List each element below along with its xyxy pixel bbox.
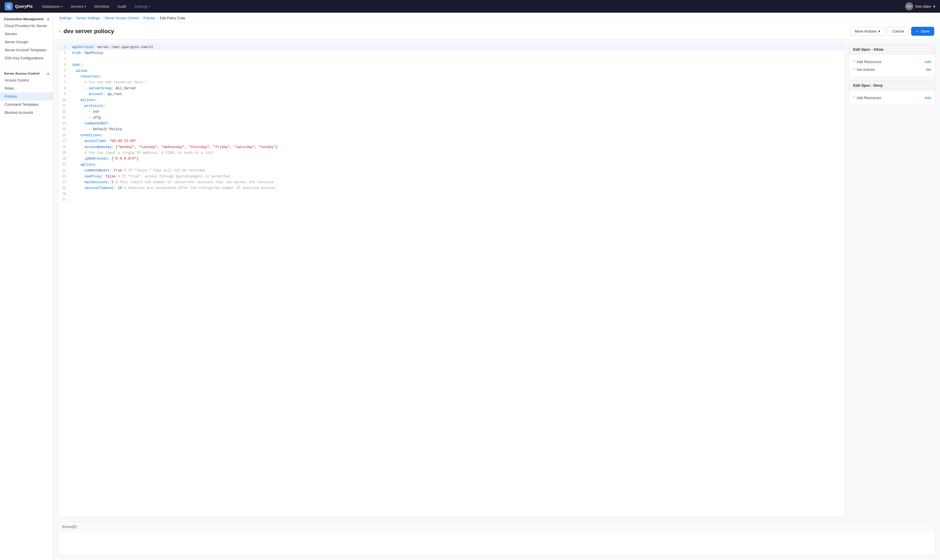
user-name: Kim Allen xyxy=(915,4,931,9)
more-actions-button[interactable]: More Actions ▾ xyxy=(850,27,885,36)
code-line: 10 actions: xyxy=(58,97,844,103)
sidebar-item-blocked-accounts[interactable]: Blocked Accounts xyxy=(0,109,53,117)
code-line: 27 xyxy=(58,197,844,203)
server-access-control-header[interactable]: Server Access Control ∧ xyxy=(0,69,53,76)
sidebar-item-roles[interactable]: Roles xyxy=(0,85,53,92)
code-line: 7 # You can add resources here." xyxy=(58,80,844,85)
code-line: 21 options: xyxy=(58,162,844,168)
logo-area[interactable]: Q QueryPie xyxy=(5,2,32,10)
sidebar-item-servers[interactable]: Servers xyxy=(0,30,53,38)
code-line: 8 - serverGroup: All_Server xyxy=(58,86,844,91)
connection-management-chevron-icon: ∧ xyxy=(47,18,49,21)
back-button[interactable]: ‹ xyxy=(59,29,60,34)
code-line: 26 xyxy=(58,191,844,197)
user-chevron-icon: ▾ xyxy=(933,4,935,9)
sidebar-item-server-account-templates[interactable]: Server Account Templates xyxy=(0,46,53,54)
sidebar-item-command-templates[interactable]: Command Templates xyxy=(0,100,53,109)
edit-spec-allow-card: Edit Spec - Allow * Add Resources Add xyxy=(849,44,935,77)
breadcrumb-policies[interactable]: Policies xyxy=(143,16,155,20)
breadcrumb-current: Edit Policy Code xyxy=(160,16,185,20)
server-access-control-chevron-icon: ∧ xyxy=(47,72,49,75)
add-resources-deny-field: * Add Resources Add xyxy=(853,94,931,102)
more-actions-chevron-icon: ▾ xyxy=(878,29,880,34)
errors-header: Errors(0): xyxy=(58,522,935,532)
nav-audit[interactable]: Audit xyxy=(114,3,130,10)
sidebar: Connection Management ∧ Cloud Providers … xyxy=(0,13,53,560)
set-actions-action[interactable]: Set xyxy=(926,68,931,72)
nav-servers[interactable]: Servers▾ xyxy=(67,3,90,10)
code-line: 25 sessionTimeout: 10 # Sessions are ter… xyxy=(58,185,844,191)
code-line: 11 protocols: xyxy=(58,103,844,109)
breadcrumb-sep-2: › xyxy=(102,16,103,20)
code-line: 17 accessTime: "00:00-23:59" xyxy=(58,138,844,144)
required-asterisk: * xyxy=(853,68,855,72)
breadcrumb-settings[interactable]: Settings xyxy=(59,16,71,20)
sidebar-item-policies[interactable]: Policies xyxy=(0,92,53,100)
errors-section: Errors(0): xyxy=(58,522,935,555)
code-line: 23 useProxy: false # If "true", access t… xyxy=(58,174,844,180)
page-header: ‹ dev server poliocy More Actions ▾ Canc… xyxy=(53,23,940,40)
code-line: 13 - sftp xyxy=(58,115,844,121)
breadcrumb-server-access-control[interactable]: Server Access Control xyxy=(104,16,139,20)
page-body: 1 apiVersion: server.rbac.querypie.com/v… xyxy=(53,40,940,560)
nav-workflow[interactable]: Workflow xyxy=(91,3,113,10)
server-access-control-section: Server Access Control ∧ Access Control R… xyxy=(0,67,53,119)
nav-settings[interactable]: Settings▾ xyxy=(131,3,154,10)
nav-items: Databases▾ Servers▾ Workflow Audit Setti… xyxy=(39,3,905,10)
edit-spec-deny-body: * Add Resources Add xyxy=(849,91,935,105)
sidebar-item-access-control[interactable]: Access Control xyxy=(0,76,53,85)
code-line: 14 commandsRef: xyxy=(58,121,844,126)
code-line: 24 maxSessions: 5 # This limits the numb… xyxy=(58,180,844,185)
edit-spec-deny-card: Edit Spec - Deny * Add Resources Add xyxy=(849,80,935,105)
code-line: 15 - Default Policy xyxy=(58,126,844,132)
page-header-left: ‹ dev server poliocy xyxy=(59,28,114,35)
code-editor[interactable]: 1 apiVersion: server.rbac.querypie.com/v… xyxy=(58,44,845,517)
code-line: 9 account: qa_root xyxy=(58,91,844,97)
edit-spec-allow-header: Edit Spec - Allow xyxy=(849,45,935,55)
code-line: 16 conditions: xyxy=(58,132,844,138)
breadcrumb-sep-3: › xyxy=(140,16,142,20)
code-line: 22 commandAudit: true # If "false," logs… xyxy=(58,168,844,174)
right-panel: Edit Spec - Allow * Add Resources Add xyxy=(849,44,935,517)
code-line: 4 spec: xyxy=(58,62,844,68)
code-line: 6 resources: xyxy=(58,74,844,80)
user-avatar: KA xyxy=(905,2,913,10)
content-area: Settings › Server Settings › Server Acce… xyxy=(53,13,940,560)
sidebar-item-cloud-providers[interactable]: Cloud Providers for Server xyxy=(0,22,53,30)
main-layout: Connection Management ∧ Cloud Providers … xyxy=(0,13,940,560)
breadcrumb-server-settings[interactable]: Server Settings xyxy=(76,16,100,20)
code-line: 2 kind: SacPolicy xyxy=(58,50,844,56)
connection-management-section: Connection Management ∧ Cloud Providers … xyxy=(0,13,53,65)
edit-spec-deny-header: Edit Spec - Deny xyxy=(849,80,935,91)
connection-management-header[interactable]: Connection Management ∧ xyxy=(0,15,53,22)
cancel-button[interactable]: Cancel xyxy=(888,27,909,36)
header-actions: More Actions ▾ Cancel ✓ Save xyxy=(850,27,934,36)
nav-databases[interactable]: Databases▾ xyxy=(39,3,66,10)
add-resources-deny-action[interactable]: Add xyxy=(925,96,931,100)
edit-spec-allow-body: * Add Resources Add * Set Actions xyxy=(849,55,935,77)
breadcrumb-sep-1: › xyxy=(73,16,74,20)
code-line: 18 accessWeekday: ["monday", "tuesday", … xyxy=(58,144,844,150)
set-actions-field: * Set Actions Set xyxy=(853,66,931,74)
sidebar-item-server-groups[interactable]: Server Groups xyxy=(0,38,53,46)
sidebar-item-ssh-key-configurations[interactable]: SSH Key Configurations xyxy=(0,54,53,62)
add-resources-allow-action[interactable]: Add xyxy=(925,60,931,64)
sidebar-divider xyxy=(0,66,53,66)
breadcrumb-sep-4: › xyxy=(157,16,158,20)
breadcrumb: Settings › Server Settings › Server Acce… xyxy=(53,13,940,23)
required-asterisk: * xyxy=(853,60,855,64)
code-lines: 1 apiVersion: server.rbac.querypie.com/v… xyxy=(58,45,844,203)
save-button[interactable]: ✓ Save xyxy=(911,27,934,36)
code-line: 1 apiVersion: server.rbac.querypie.com/v… xyxy=(58,45,844,50)
page-title: dev server poliocy xyxy=(63,28,114,35)
inner-content: 1 apiVersion: server.rbac.querypie.com/v… xyxy=(53,40,940,522)
add-resources-allow-field: * Add Resources Add xyxy=(853,58,931,66)
code-line: 5 allow: xyxy=(58,68,844,74)
code-line: 12 - ssh xyxy=(58,109,844,115)
top-nav: Q QueryPie Databases▾ Servers▾ Workflow … xyxy=(0,0,940,13)
errors-body xyxy=(58,532,935,555)
app-name: QueryPie xyxy=(15,4,32,9)
save-check-icon: ✓ xyxy=(916,29,919,34)
user-area[interactable]: KA Kim Allen ▾ xyxy=(905,2,935,10)
required-asterisk: * xyxy=(853,96,855,100)
